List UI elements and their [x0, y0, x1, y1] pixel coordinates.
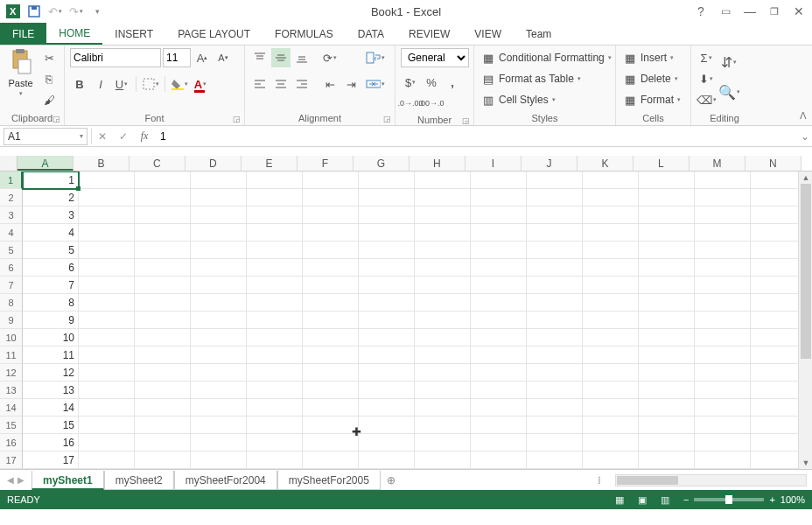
cell[interactable]: 12	[23, 364, 79, 382]
accounting-format-icon[interactable]: $	[401, 73, 420, 92]
cell[interactable]	[415, 259, 471, 276]
insert-function-icon[interactable]: fx	[134, 130, 155, 143]
row-header[interactable]: 8	[0, 294, 23, 312]
tab-data[interactable]: DATA	[346, 23, 396, 45]
row-header[interactable]: 6	[0, 259, 23, 276]
cell[interactable]	[79, 224, 135, 242]
zoom-slider[interactable]	[694, 498, 764, 501]
row-header[interactable]: 13	[0, 382, 23, 399]
cell[interactable]	[135, 224, 191, 242]
cell[interactable]	[247, 382, 303, 399]
cell[interactable]	[79, 206, 135, 224]
row-header[interactable]: 12	[0, 364, 23, 382]
cell[interactable]	[191, 452, 247, 469]
increase-font-icon[interactable]: A▴	[192, 48, 212, 67]
cell[interactable]: 6	[23, 259, 79, 276]
new-sheet-icon[interactable]: ⊕	[381, 474, 402, 486]
cell[interactable]	[359, 434, 415, 452]
comma-format-icon[interactable]: ,	[443, 73, 462, 92]
cell[interactable]	[695, 416, 751, 434]
align-middle-icon[interactable]	[271, 48, 290, 67]
cell[interactable]	[527, 346, 583, 364]
undo-icon[interactable]: ↶	[46, 2, 65, 21]
cell[interactable]	[303, 206, 359, 224]
cell[interactable]	[471, 276, 527, 294]
cell[interactable]	[79, 452, 135, 469]
clear-icon[interactable]: ⌫	[696, 90, 716, 109]
expand-formula-bar-icon[interactable]: ⌄	[798, 130, 812, 143]
cell[interactable]	[191, 259, 247, 276]
align-right-icon[interactable]	[292, 74, 312, 94]
cell[interactable]	[639, 312, 695, 329]
cell[interactable]	[415, 399, 471, 416]
row-header[interactable]: 4	[0, 224, 23, 242]
cell[interactable]	[303, 329, 359, 346]
col-header-H[interactable]: H	[410, 156, 466, 171]
cell[interactable]	[415, 224, 471, 242]
cell[interactable]	[79, 434, 135, 452]
redo-icon[interactable]: ↷	[66, 2, 86, 21]
cell[interactable]	[695, 294, 751, 312]
wrap-text-icon[interactable]	[366, 48, 385, 67]
cell[interactable]	[471, 382, 527, 399]
cell-styles-button[interactable]: ▥Cell Styles▾	[480, 90, 557, 109]
number-dialog-icon[interactable]: ◲	[462, 116, 470, 125]
ribbon-options-icon[interactable]: ▭	[718, 5, 733, 18]
cell[interactable]	[79, 294, 135, 312]
cell[interactable]	[79, 399, 135, 416]
col-header-J[interactable]: J	[522, 156, 578, 171]
cell[interactable]	[135, 364, 191, 382]
col-header-B[interactable]: B	[74, 156, 130, 171]
cell[interactable]	[695, 206, 751, 224]
row-header[interactable]: 5	[0, 242, 23, 259]
cell[interactable]	[415, 242, 471, 259]
zoom-in-icon[interactable]: +	[769, 494, 774, 505]
cell[interactable]: 14	[23, 399, 79, 416]
orientation-icon[interactable]: ⟳	[320, 48, 340, 67]
cell[interactable]	[191, 294, 247, 312]
cell[interactable]	[695, 452, 751, 469]
sheet-nav-prev-icon[interactable]: ◀	[7, 475, 14, 485]
cell[interactable]	[135, 276, 191, 294]
cell[interactable]	[583, 172, 639, 189]
decrease-indent-icon[interactable]: ⇤	[320, 74, 340, 94]
cell[interactable]	[135, 172, 191, 189]
cell[interactable]	[583, 329, 639, 346]
cell[interactable]	[303, 294, 359, 312]
cell[interactable]	[303, 399, 359, 416]
autosum-icon[interactable]: Σ	[696, 48, 716, 67]
zoom-level[interactable]: 100%	[780, 494, 805, 505]
cell[interactable]: 7	[23, 276, 79, 294]
cell[interactable]	[583, 399, 639, 416]
tab-team[interactable]: Team	[514, 23, 564, 45]
page-break-view-icon[interactable]: ▥	[654, 494, 676, 506]
cell[interactable]	[415, 346, 471, 364]
cell[interactable]	[135, 259, 191, 276]
sort-filter-icon[interactable]: ⇵	[719, 48, 738, 76]
enter-formula-icon[interactable]: ✓	[113, 130, 134, 143]
cell[interactable]	[527, 399, 583, 416]
page-layout-view-icon[interactable]: ▣	[631, 494, 654, 506]
cell[interactable]	[583, 382, 639, 399]
cell[interactable]	[247, 364, 303, 382]
cell[interactable]	[415, 416, 471, 434]
cell[interactable]: 15	[23, 416, 79, 434]
cell[interactable]	[583, 434, 639, 452]
cell[interactable]	[359, 452, 415, 469]
tab-formulas[interactable]: FORMULAS	[262, 23, 346, 45]
cell[interactable]	[415, 276, 471, 294]
cell[interactable]	[471, 259, 527, 276]
cell[interactable]	[583, 312, 639, 329]
cell[interactable]	[695, 346, 751, 364]
cell[interactable]	[639, 224, 695, 242]
cell[interactable]	[415, 329, 471, 346]
number-format-combo[interactable]: General	[401, 48, 469, 67]
alignment-dialog-icon[interactable]: ◲	[383, 115, 391, 123]
cell[interactable]	[247, 224, 303, 242]
cell[interactable]	[359, 382, 415, 399]
cell[interactable]	[695, 224, 751, 242]
cell[interactable]	[583, 259, 639, 276]
format-as-table-button[interactable]: ▤Format as Table▾	[480, 69, 583, 88]
cell[interactable]	[191, 382, 247, 399]
cell[interactable]	[471, 329, 527, 346]
